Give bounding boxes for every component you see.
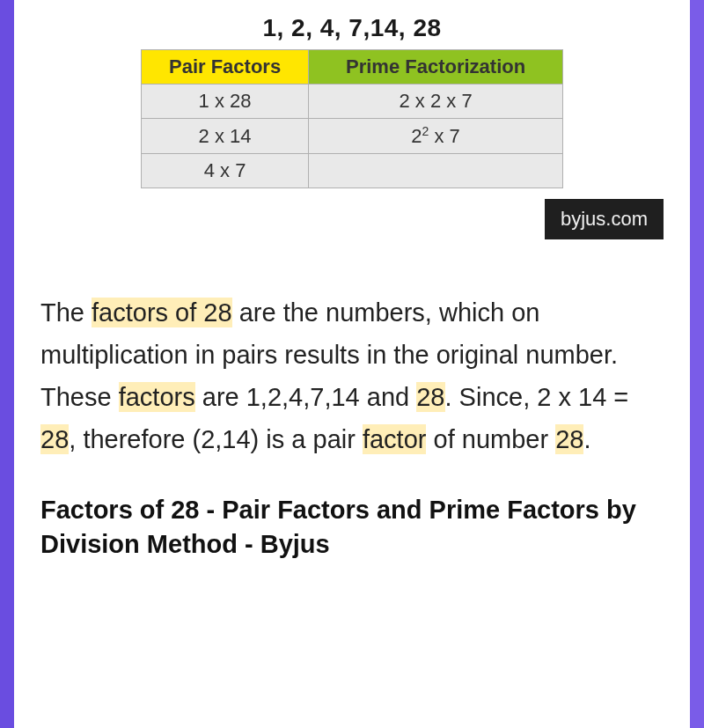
description-paragraph: The factors of 28 are the numbers, which… [40,292,664,460]
source-badge-container: byjus.com [40,199,664,239]
pair-cell: 1 x 28 [142,85,309,119]
highlight-text: factors [119,382,195,412]
highlight-text: factor [363,424,427,454]
table-header-row: Pair Factors Prime Factorization [142,50,563,85]
article-title: Factors of 28 - Pair Factors and Prime F… [40,493,664,562]
prime-cell: 2 x 2 x 7 [309,85,563,119]
pair-factors-header: Pair Factors [142,50,309,85]
table-row: 1 x 28 2 x 2 x 7 [142,85,563,119]
factors-table-container: Pair Factors Prime Factorization 1 x 28 … [40,49,664,188]
highlight-text: factors of 28 [92,298,232,327]
pair-cell: 4 x 7 [142,154,309,188]
source-badge: byjus.com [545,199,664,239]
factors-heading: 1, 2, 4, 7,14, 28 [40,14,664,42]
prime-cell [309,154,563,188]
prime-cell: 22 x 7 [309,119,563,154]
factors-table: Pair Factors Prime Factorization 1 x 28 … [141,49,563,188]
table-row: 2 x 14 22 x 7 [142,119,563,154]
highlight-text: 28 [555,424,583,454]
table-row: 4 x 7 [142,154,563,188]
pair-cell: 2 x 14 [142,119,309,154]
highlight-text: 28 [416,382,444,412]
prime-factorization-header: Prime Factorization [309,50,563,85]
highlight-text: 28 [40,424,69,454]
